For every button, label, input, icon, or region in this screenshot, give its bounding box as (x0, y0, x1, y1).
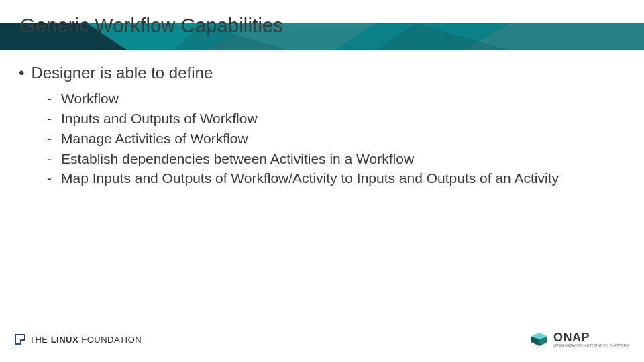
slide-footer: THE LINUX FOUNDATION ONAP OPEN NETWORK A… (0, 323, 644, 362)
slide: Generic Workflow Capabilities • Designer… (0, 0, 644, 362)
linux-foundation-logo: THE LINUX FOUNDATION (15, 334, 142, 345)
sub-bullet-text: Map Inputs and Outputs of Workflow/Activ… (61, 169, 625, 188)
dash-icon: - (47, 169, 52, 188)
onap-main-text: ONAP (553, 331, 629, 343)
bullet-level-1-text: Designer is able to define (31, 62, 213, 84)
lf-foundation-text: FOUNDATION (81, 335, 142, 345)
onap-mark-icon (531, 332, 548, 347)
title-band: Generic Workflow Capabilities (0, 0, 644, 50)
sub-bullet-text: Inputs and Outputs of Workflow (61, 109, 625, 128)
slide-title: Generic Workflow Capabilities (20, 15, 283, 37)
onap-logo: ONAP OPEN NETWORK AUTOMATION PLATFORM (531, 331, 629, 347)
sub-bullet-item: - Inputs and Outputs of Workflow (47, 109, 625, 128)
slide-body: • Designer is able to define - Workflow … (0, 50, 644, 188)
linux-foundation-mark-icon (15, 334, 25, 345)
bullet-dot-icon: • (19, 62, 24, 84)
sub-bullet-item: - Workflow (47, 89, 625, 108)
sub-bullet-text: Manage Activities of Workflow (61, 129, 625, 148)
sub-bullet-item: - Establish dependencies between Activit… (47, 149, 625, 168)
dash-icon: - (47, 129, 52, 148)
lf-the-text: THE (30, 335, 48, 345)
dash-icon: - (47, 149, 52, 168)
sub-bullet-text: Establish dependencies between Activitie… (61, 149, 625, 168)
sub-bullet-list: - Workflow - Inputs and Outputs of Workf… (47, 89, 625, 188)
onap-wordmark: ONAP OPEN NETWORK AUTOMATION PLATFORM (553, 331, 629, 347)
linux-foundation-wordmark: THE LINUX FOUNDATION (30, 335, 142, 345)
sub-bullet-item: - Map Inputs and Outputs of Workflow/Act… (47, 169, 625, 188)
bullet-level-1: • Designer is able to define (19, 62, 625, 84)
dash-icon: - (47, 89, 52, 108)
lf-linux-text: LINUX (51, 335, 79, 345)
sub-bullet-item: - Manage Activities of Workflow (47, 129, 625, 148)
onap-sub-text: OPEN NETWORK AUTOMATION PLATFORM (553, 344, 629, 347)
dash-icon: - (47, 109, 52, 128)
sub-bullet-text: Workflow (61, 89, 625, 108)
